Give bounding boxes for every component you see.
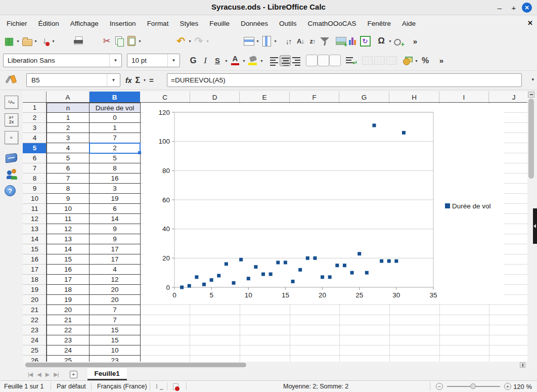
column-header-c[interactable]: C <box>140 92 190 103</box>
language[interactable]: Français (France) <box>97 383 147 390</box>
menu-dition[interactable]: Édition <box>33 18 65 29</box>
cell[interactable]: 12 <box>89 275 141 285</box>
cell[interactable]: 16 <box>89 173 141 184</box>
menu-styles[interactable]: Styles <box>174 18 204 29</box>
cell[interactable]: 15 <box>47 254 89 265</box>
close-document-icon[interactable]: ✕ <box>527 19 533 27</box>
more-icon[interactable]: » <box>409 35 421 47</box>
cell[interactable]: 13 <box>47 234 89 244</box>
formula-icon[interactable]: = <box>149 76 154 84</box>
row-header-24[interactable]: 24 <box>23 335 47 345</box>
autofilter-icon[interactable] <box>319 35 331 47</box>
menu-fichier[interactable]: Fichier <box>1 18 33 29</box>
wrap-icon[interactable] <box>345 55 357 67</box>
sort-icon[interactable] <box>282 35 294 47</box>
cell[interactable]: 10 <box>47 204 89 214</box>
name-box[interactable]: B5 ▼ <box>26 73 120 87</box>
horizontal-split-handle[interactable] <box>520 362 525 368</box>
expand-expr-icon[interactable]: x+ 2x <box>5 113 18 126</box>
formula-input[interactable]: =DUREEVOL(A5) <box>167 73 522 87</box>
cell[interactable]: 7 <box>89 305 141 315</box>
cell[interactable]: 19 <box>89 194 141 204</box>
menu-fentre[interactable]: Fenêtre <box>362 18 397 29</box>
cell[interactable]: 9 <box>47 194 89 204</box>
row-header-18[interactable]: 18 <box>23 275 47 285</box>
font-name-combo[interactable]: Liberation Sans ▼ <box>3 54 122 67</box>
insert-chart-icon[interactable] <box>347 35 359 47</box>
zoom-slider[interactable] <box>447 386 500 387</box>
font-size-combo[interactable]: 10 pt ▼ <box>127 54 180 67</box>
hyperlink-icon[interactable] <box>393 35 405 47</box>
menu-feuille[interactable]: Feuille <box>204 18 235 29</box>
cell[interactable]: 3 <box>47 133 89 143</box>
scatter-chart[interactable]: 02040608010012005101520253035Durée de vo… <box>143 104 504 304</box>
book-icon[interactable] <box>5 151 18 164</box>
open-dropdown-icon[interactable]: ▾ <box>33 35 38 47</box>
cas-icon[interactable]: ᶜAₛ <box>5 96 18 109</box>
cell[interactable]: 3 <box>89 184 141 194</box>
row-header-4[interactable]: 4 <box>23 133 47 143</box>
cell[interactable]: 14 <box>47 244 89 254</box>
row-header-19[interactable]: 19 <box>23 285 47 295</box>
column-header-d[interactable]: D <box>190 92 240 103</box>
cell[interactable]: Durée de vol <box>89 103 141 113</box>
cell[interactable]: 15 <box>89 325 141 335</box>
cell[interactable]: 17 <box>89 244 141 254</box>
paste-icon[interactable] <box>125 35 137 47</box>
row-header-26[interactable]: 26 <box>23 356 47 362</box>
row-header-22[interactable]: 22 <box>23 315 47 325</box>
zoom-out-icon[interactable]: − <box>436 383 443 390</box>
cell[interactable]: 12 <box>47 224 89 234</box>
horizontal-scrollbar[interactable] <box>23 362 527 368</box>
cell[interactable]: 9 <box>89 224 141 234</box>
horizontal-scrollbar-thumb[interactable] <box>25 363 246 367</box>
sheet-tab-feuille1[interactable]: Feuille1 <box>87 368 127 380</box>
cell[interactable]: 4 <box>89 265 141 275</box>
row-header-9[interactable]: 9 <box>23 184 47 194</box>
cell[interactable]: 17 <box>89 254 141 265</box>
sum-icon[interactable]: Σ <box>135 76 140 85</box>
print-preview-icon[interactable] <box>84 35 97 47</box>
insert-row-dropdown-icon[interactable]: ▾ <box>255 35 260 47</box>
column-header-i[interactable]: I <box>439 92 489 103</box>
row-header-23[interactable]: 23 <box>23 325 47 335</box>
fontcolor-dropdown-icon[interactable]: ▾ <box>241 55 247 67</box>
underline-icon[interactable]: S <box>211 55 223 67</box>
insert-pivot-icon[interactable] <box>359 35 371 47</box>
sidebar-toggle-handle[interactable] <box>533 208 537 244</box>
font-size-dropdown-icon[interactable]: ▼ <box>167 54 180 67</box>
cell[interactable]: 22 <box>47 325 89 335</box>
column-header-j[interactable]: J <box>489 92 527 103</box>
bold-icon[interactable]: G <box>187 55 199 67</box>
row-header-11[interactable]: 11 <box>23 204 47 214</box>
valign-bottom-icon[interactable] <box>329 55 341 66</box>
row-header-15[interactable]: 15 <box>23 244 47 254</box>
copy-icon[interactable] <box>113 35 125 47</box>
underline-dropdown-icon[interactable]: ▾ <box>223 55 229 67</box>
menu-format[interactable]: Format <box>142 18 174 29</box>
cell[interactable]: 2 <box>47 123 89 133</box>
column-header-f[interactable]: F <box>290 92 339 103</box>
menu-outils[interactable]: Outils <box>274 18 302 29</box>
cell[interactable]: 8 <box>89 163 141 173</box>
menu-donnes[interactable]: Données <box>235 18 274 29</box>
cell[interactable]: 20 <box>47 305 89 315</box>
new-dropdown-icon[interactable]: ▾ <box>15 35 21 47</box>
paste-dropdown-icon[interactable]: ▾ <box>137 35 143 47</box>
cell[interactable]: 7 <box>89 315 141 325</box>
column-header-h[interactable]: H <box>389 92 439 103</box>
cell[interactable]: 5 <box>89 153 141 163</box>
column-header-a[interactable]: A <box>47 92 89 103</box>
tools-icon[interactable] <box>5 74 17 86</box>
cell[interactable]: n <box>47 103 89 113</box>
clear-formatting-icon[interactable] <box>159 35 171 47</box>
cell[interactable]: 7 <box>89 133 141 143</box>
spelling-icon[interactable] <box>227 35 239 47</box>
cell[interactable]: 16 <box>47 265 89 275</box>
column-header-b[interactable]: B <box>89 92 140 103</box>
undo-dropdown-icon[interactable]: ▾ <box>187 35 193 47</box>
cell[interactable]: 19 <box>47 295 89 305</box>
cell[interactable]: 20 <box>89 295 141 305</box>
select-all-corner[interactable] <box>23 92 47 103</box>
row-header-3[interactable]: 3 <box>23 123 47 133</box>
